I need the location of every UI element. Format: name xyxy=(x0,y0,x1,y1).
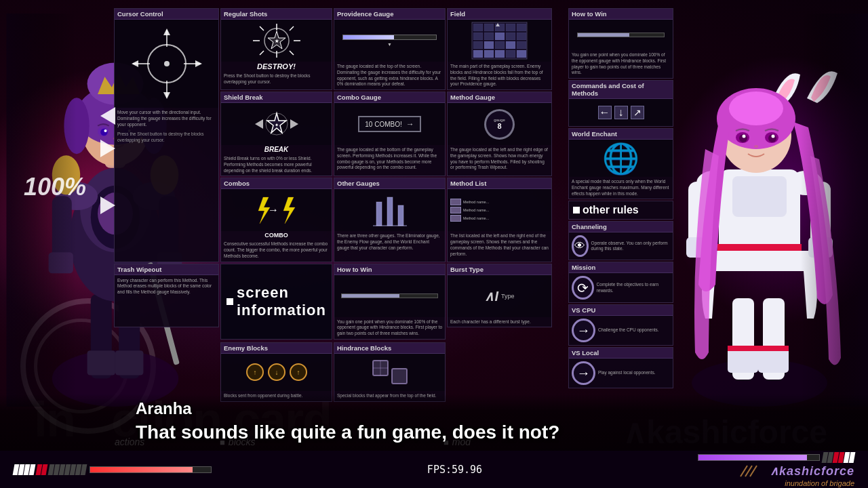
svg-rect-39 xyxy=(758,346,789,351)
inundation-label: inundation of brigade xyxy=(785,479,854,487)
svg-rect-32 xyxy=(6,14,77,407)
svg-text:↓: ↓ xyxy=(275,369,278,376)
combos-text: Consecutive successful Methods increase … xyxy=(221,239,332,261)
mission-text: Complete the objectives to earn rewards. xyxy=(597,282,670,294)
combos-header: Combos xyxy=(221,178,332,189)
method-list-text: The list located at the left and the rig… xyxy=(448,231,551,259)
svg-rect-110 xyxy=(398,205,403,226)
panel-hindrance-blocks: Hindrance Blocks Special blocks that app… xyxy=(334,342,446,402)
subtitle-area: Aranha That sounds like quite a fun game… xyxy=(0,394,868,451)
trash-wipeout-text: Every character can perform this Method.… xyxy=(115,275,218,298)
health-fill-right xyxy=(698,455,807,460)
panel-enemy-blocks: Enemy Blocks ↑ ↓ ↑ Blocks sent from oppo… xyxy=(220,342,332,402)
hindrance-blocks-image xyxy=(334,354,445,391)
how-to-win-right-header: How to Win xyxy=(569,9,673,20)
how-to-win-header: How to Win xyxy=(334,264,445,275)
combo-gauge-text: The gauge located at the bottom of the g… xyxy=(334,145,445,173)
providence-gauge-image: ▼ xyxy=(334,20,445,62)
svg-rect-86 xyxy=(517,24,526,31)
panel-method-gauge: Method Gauge gauge 8 The gauge located a… xyxy=(447,92,552,176)
svg-rect-82 xyxy=(473,24,483,31)
panel-commands-cost: Commands and Cost of Methods ← ↓ ↗ xyxy=(568,80,673,127)
combo-gauge-image: 10 COMBO! → xyxy=(334,103,445,145)
stripe-pattern-left xyxy=(14,464,212,475)
panel-field: Field xyxy=(447,8,552,90)
screen-info-text: screen information xyxy=(237,284,326,319)
field-header: Field xyxy=(448,9,551,20)
svg-rect-92 xyxy=(473,41,483,49)
regular-shots-header: Regular Shots xyxy=(221,9,332,20)
panel-mission: Mission ⟳ Complete the objectives to ear… xyxy=(568,262,673,303)
channeling-icon: 👁 xyxy=(572,235,589,257)
vs-local-icon: → xyxy=(572,361,595,385)
how-to-win-right-text: You gain one point when you dominate 100… xyxy=(569,50,673,78)
other-gauges-header: Other Gauges xyxy=(334,178,445,189)
svg-rect-95 xyxy=(506,41,515,49)
other-gauges-text: There are three other gauges. The Elimin… xyxy=(334,231,445,253)
svg-text:★: ★ xyxy=(275,39,279,43)
panel-method-list: Method List Method name... Method name..… xyxy=(447,178,552,262)
how-to-win-text: You gain one point when you dominate 100… xyxy=(334,317,445,339)
mission-icon: ⟳ xyxy=(572,276,594,300)
panel-trash-wipeout: Trash Wipeout Every character can perfor… xyxy=(114,264,219,328)
other-gauges-image xyxy=(334,189,445,231)
panel-combo-gauge: Combo Gauge 10 COMBO! → The gauge locate… xyxy=(334,92,446,176)
svg-marker-104 xyxy=(290,119,298,129)
field-image xyxy=(448,20,551,62)
svg-marker-70 xyxy=(195,60,202,67)
shield-break-image: ✦ xyxy=(221,103,332,145)
svg-line-76 xyxy=(260,26,264,30)
fps-display: FPS:59.96 xyxy=(427,464,482,476)
akashi-logo: ∧kashicforce xyxy=(770,464,854,479)
svg-rect-119 xyxy=(392,369,407,384)
panel-vs-cpu: VS CPU → Challenge the CPU opponents. xyxy=(568,304,673,346)
method-gauge-header: Method Gauge xyxy=(448,92,551,103)
svg-text:→: → xyxy=(268,204,279,216)
svg-rect-97 xyxy=(473,50,483,58)
svg-text:✦: ✦ xyxy=(275,123,279,127)
other-rules-checkbox xyxy=(573,207,580,214)
svg-point-58 xyxy=(772,135,775,138)
panel-screen-info-highlight: screen information xyxy=(220,264,332,340)
shield-break-header: Shield Break xyxy=(221,92,332,103)
svg-rect-109 xyxy=(387,197,393,226)
speaker-name: Aranha xyxy=(136,399,732,418)
panel-channeling: Channeling 👁 Operate observe. You can on… xyxy=(568,221,673,260)
svg-point-59 xyxy=(754,145,758,148)
vs-cpu-header: VS CPU xyxy=(569,305,673,316)
svg-rect-87 xyxy=(473,33,483,40)
svg-rect-99 xyxy=(495,50,505,58)
svg-point-52 xyxy=(729,92,783,125)
field-text: The main part of the gameplay screen. En… xyxy=(448,62,551,89)
destroy-label: DESTROY! xyxy=(221,62,332,71)
commands-cost-image: ← ↓ ↗ xyxy=(569,99,673,126)
nav-arrow-left[interactable] xyxy=(100,107,115,125)
health-bar xyxy=(90,466,212,473)
method-gauge-image: gauge 8 xyxy=(448,103,551,145)
svg-marker-68 xyxy=(163,92,170,99)
svg-line-79 xyxy=(260,51,264,55)
mission-header: Mission xyxy=(569,262,673,273)
svg-rect-89 xyxy=(495,33,505,40)
channeling-text: Operate observe. You can only perform du… xyxy=(591,241,670,253)
shield-break-text: Shield Break turns on with 0% or less Sh… xyxy=(221,154,332,176)
svg-marker-69 xyxy=(132,60,138,67)
svg-rect-98 xyxy=(484,50,494,58)
enemy-blocks-image: ↑ ↓ ↑ xyxy=(221,354,332,391)
cursor-control-header: Cursor Control xyxy=(115,9,218,20)
nav-arrow-right-2[interactable] xyxy=(100,197,115,214)
nav-arrow-right[interactable] xyxy=(100,140,115,157)
world-enchant-header: World Enchant xyxy=(569,129,673,140)
svg-rect-100 xyxy=(506,50,515,58)
panel-burst-type: Burst Type ∧I Type Each character has a … xyxy=(447,264,552,328)
svg-rect-85 xyxy=(506,24,515,31)
method-gauge-text: The gauge located at the left and the ri… xyxy=(448,145,551,173)
burst-type-text: Each character has a different burst typ… xyxy=(448,317,551,327)
svg-rect-108 xyxy=(376,202,382,226)
method-list-image: Method name... Method name... Method nam… xyxy=(448,189,551,231)
enemy-blocks-header: Enemy Blocks xyxy=(221,343,332,354)
providence-gauge-header: Providence Gauge xyxy=(334,9,445,20)
method-list-header: Method List xyxy=(448,178,551,189)
channeling-header: Channeling xyxy=(569,222,673,232)
svg-rect-83 xyxy=(484,24,494,31)
